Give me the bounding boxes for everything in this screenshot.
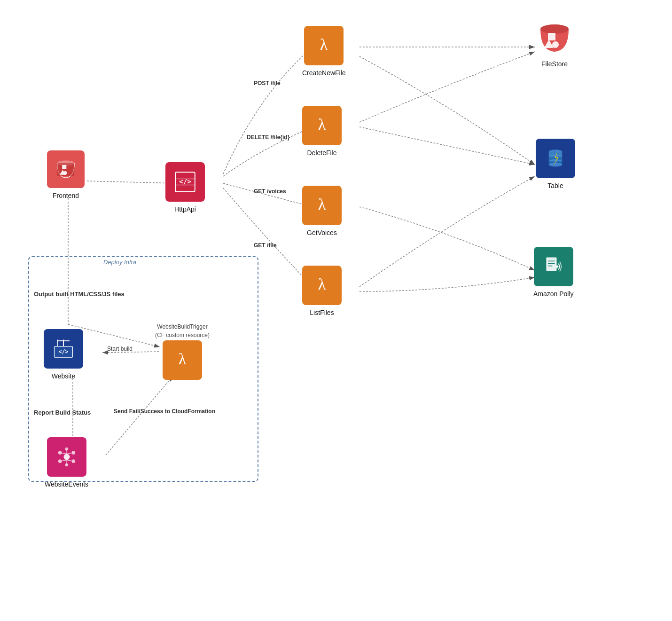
svg-line-2 [87,181,176,183]
svg-point-39 [556,265,558,267]
get-voices-label: GET /voices [254,188,286,195]
amazonpolly-label: Amazon Polly [533,290,574,298]
websiteevents-icon-box [47,437,86,477]
listfiles-label: ListFiles [310,309,334,316]
amazonpolly-node: Amazon Polly [533,247,574,298]
httpapi-label: HttpApi [174,205,196,213]
getvoices-node: λ GetVoices [302,186,342,236]
website-icon: </> [51,337,76,361]
websitebuildtrigger-sublabel: WebsiteBuildTrigger [157,323,207,330]
websitebuildtrigger-icon: λ [170,348,195,372]
svg-point-23 [540,24,569,34]
website-label: Website [52,372,75,380]
frontend-icon [54,157,78,181]
httpapi-icon-box: </> [165,162,205,202]
websiteevents-label: WebsiteEvents [45,480,88,488]
website-icon-box: </> [44,329,83,369]
deletefile-node: λ DeleteFile [302,106,342,157]
svg-text:λ: λ [320,36,328,53]
table-icon [543,146,568,171]
httpapi-node: </> HttpApi [165,162,205,213]
table-icon-box [536,139,575,178]
websitebuildtrigger-icon-box: λ [163,340,202,380]
frontend-node: Frontend [47,150,85,199]
createnewfile-icon-box: λ [304,26,344,65]
frontend-label: Frontend [53,192,79,199]
createnewfile-label: CreateNewFile [302,69,346,77]
websitebuildtrigger-node: WebsiteBuildTrigger (CF custom resource)… [155,323,210,380]
filestore-node: FileStore [536,19,573,68]
deletefile-icon: λ [310,113,334,138]
table-node: Table [536,139,575,189]
svg-text:λ: λ [318,196,326,213]
listfiles-icon-box: λ [302,266,342,305]
website-node: </> Website [44,329,83,380]
deletefile-icon-box: λ [302,106,342,145]
report-build-label: Report Build Status [34,409,91,416]
svg-rect-11 [62,165,66,169]
svg-text:</>: </> [58,348,68,355]
getvoices-label: GetVoices [307,229,337,236]
svg-text:λ: λ [179,350,187,368]
frontend-icon-box [47,150,85,188]
svg-text:λ: λ [318,275,326,293]
table-label: Table [547,182,563,189]
getvoices-icon: λ [310,193,334,218]
websitebuildtrigger-sublabel2: (CF custom resource) [155,332,210,338]
delete-file-label: DELETE /file{id} [247,134,289,141]
createnewfile-icon: λ [312,33,336,58]
httpapi-icon: </> [173,170,197,194]
amazonpolly-icon-box [534,247,573,286]
filestore-label: FileStore [541,60,568,68]
svg-rect-35 [546,258,556,271]
svg-rect-24 [548,33,555,40]
amazonpolly-icon [541,254,566,279]
websiteevents-node: WebsiteEvents [45,437,88,488]
websiteevents-icon [55,445,79,469]
listfiles-icon: λ [310,273,334,298]
getvoices-icon-box: λ [302,186,342,225]
start-build-label: Start build [107,346,133,352]
svg-text:λ: λ [318,116,326,133]
svg-point-25 [552,41,559,48]
send-fail-label: Send Fail/Success to CloudFormation [114,408,215,415]
svg-point-33 [549,162,563,166]
output-built-label: Output built HTML/CSS/JS files [34,291,125,298]
svg-point-47 [63,454,70,460]
deploy-infra-label: Deploy Infra [103,259,136,266]
diagram-container: Deploy Infra Output built HTML/CSS/JS fi… [0,0,672,621]
get-file-label: GET /file [254,242,277,249]
filestore-icon-box [536,19,573,56]
listfiles-node: λ ListFiles [302,266,342,316]
post-file-label: POST /file [254,80,281,86]
filestore-icon [536,19,573,56]
deletefile-label: DeleteFile [307,149,336,157]
createnewfile-node: λ CreateNewFile [302,26,346,77]
